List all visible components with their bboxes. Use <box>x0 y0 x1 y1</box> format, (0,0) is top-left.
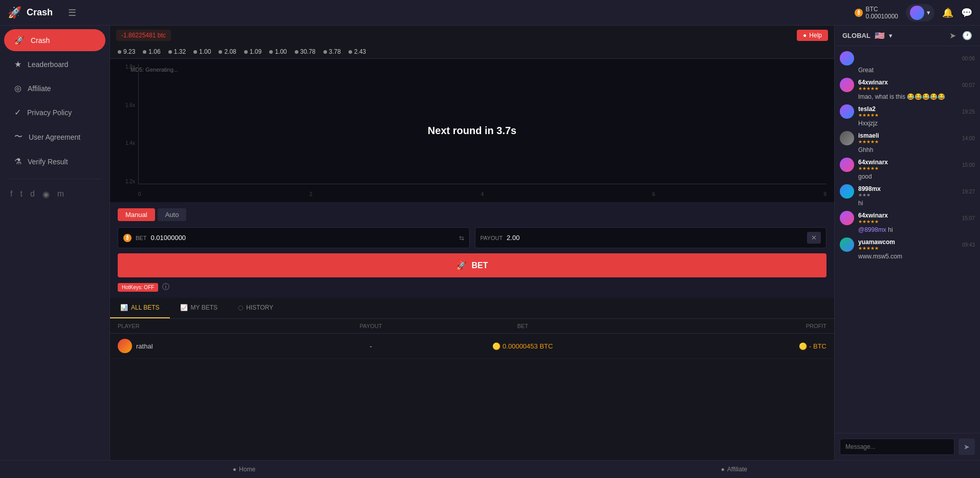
profit-btc-icon: 🟡 <box>799 342 807 350</box>
bets-tabs: 📊 ALL BETS 📈 MY BETS ◌ HISTORY <box>110 298 834 319</box>
chat-stars-2: ★★★★★ <box>858 113 879 118</box>
sidebar-item-verify[interactable]: ⚗ Verify Result <box>4 150 105 172</box>
history-icon: ◌ <box>238 304 243 311</box>
sidebar-item-label-privacy: Privacy Policy <box>27 108 72 117</box>
player-avatar <box>118 339 132 353</box>
affiliate-dot-icon: ● <box>721 466 725 473</box>
game-header: -1.86225481 btc ● Help <box>110 26 834 45</box>
profit-amount: - BTC <box>809 342 826 350</box>
bet-input[interactable] <box>150 234 454 242</box>
sidebar-item-crash[interactable]: 🚀 Crash <box>4 29 105 51</box>
chat-toggle-icon[interactable]: 💬 <box>961 7 972 18</box>
send-icon[interactable]: ➤ <box>949 31 956 40</box>
btc-icon-bet: ₿ <box>123 234 132 242</box>
chat-time-5: 19:27 <box>962 189 975 194</box>
info-icon[interactable]: ⓘ <box>162 283 169 292</box>
help-button[interactable]: ● Help <box>797 30 828 41</box>
footer-affiliate-link[interactable]: ● Affiliate <box>721 466 747 473</box>
tab-history[interactable]: ◌ HISTORY <box>228 298 284 318</box>
chat-time-2: 19:25 <box>962 109 975 115</box>
bet-rocket-icon: 🚀 <box>456 260 467 270</box>
chat-time-4: 15:00 <box>962 162 975 168</box>
mult-dot-5 <box>244 50 248 54</box>
btc-amount: 0.00010000 <box>866 13 898 20</box>
chat-stars-6: ★★★★★ <box>858 219 888 224</box>
tab-all-bets[interactable]: 📊 ALL BETS <box>110 298 170 318</box>
star-icon: ★ <box>14 59 21 69</box>
y-value-0: 1.8x <box>125 64 135 70</box>
mult-value-6: 1.00 <box>275 48 287 55</box>
payout-clear-button[interactable]: ✕ <box>807 232 821 244</box>
chat-time-3: 14:00 <box>962 136 975 141</box>
x-axis: 0 2 4 6 8 <box>138 191 826 197</box>
chat-message-5: 8998mx ★★★ 19:27 hi <box>840 184 975 207</box>
all-bets-icon: 📊 <box>120 304 128 311</box>
chat-stars-1: ★★★★★ <box>858 86 888 91</box>
manual-tab[interactable]: Manual <box>118 208 155 221</box>
facebook-icon[interactable]: f <box>10 189 12 199</box>
tab-my-bets[interactable]: 📈 MY BETS <box>170 298 228 318</box>
twitter-icon[interactable]: t <box>20 189 22 199</box>
btc-label: BTC 0.00010000 <box>866 6 898 20</box>
sidebar-item-privacy[interactable]: ✓ Privacy Policy <box>4 101 105 123</box>
mult-dot-9 <box>349 50 352 54</box>
chat-msg-header-2: tesla2 ★★★★★ 19:25 <box>840 104 975 119</box>
sidebar-item-label-leaderboard: Leaderboard <box>28 60 68 69</box>
sidebar-item-user-agreement[interactable]: 〜 User Agreement <box>4 125 105 148</box>
hotkeys-badge[interactable]: HotKeys: OFF <box>118 283 158 292</box>
mult-dot-3 <box>193 50 197 54</box>
multiplier-row: 9.23 1.06 1.32 1.00 2.08 1.09 <box>110 45 834 59</box>
bet-arrows[interactable]: ⇆ <box>459 234 464 242</box>
payout-value: - <box>320 342 422 350</box>
mult-dot-0 <box>118 50 121 54</box>
chat-user-info-5: 8998mx ★★★ <box>858 185 881 198</box>
chat-user-info-6: 64xwinarx ★★★★★ <box>858 212 888 224</box>
bell-icon[interactable]: 🔔 <box>942 7 953 18</box>
payout-input[interactable] <box>507 234 803 242</box>
chat-message-7: yuamawcom ★★★★★ 09:43 www.msw5.com <box>840 237 975 260</box>
chat-user-info-2: tesla2 ★★★★★ <box>858 105 879 118</box>
bet-button[interactable]: 🚀 BET <box>118 253 826 277</box>
instagram-icon[interactable]: ◉ <box>42 189 50 199</box>
flag-dropdown-icon[interactable]: ▾ <box>889 32 892 39</box>
chat-text-2: Hxxjzjz <box>840 120 975 127</box>
mult-dot-8 <box>323 50 327 54</box>
sidebar-item-affiliate[interactable]: ◎ Affiliate <box>4 77 105 99</box>
chat-input[interactable] <box>840 439 954 455</box>
auto-tab[interactable]: Auto <box>158 208 187 221</box>
mult-item-8: 3.78 <box>323 48 341 55</box>
chat-stars-3: ★★★★★ <box>858 139 879 144</box>
x-value-4: 8 <box>823 191 826 197</box>
bottom-footer: ● Home ● Affiliate <box>0 460 980 478</box>
chat-send-button[interactable]: ➤ <box>959 439 975 455</box>
sidebar-item-label-affiliate: Affiliate <box>28 84 51 93</box>
btc-icon: ₿ <box>855 9 863 17</box>
chat-user-info-3: ismaeli ★★★★★ <box>858 132 879 144</box>
flask-icon: ⚗ <box>14 157 21 166</box>
mult-dot-1 <box>143 50 146 54</box>
chat-text-4: good <box>840 173 975 180</box>
clock-icon[interactable]: 🕐 <box>962 31 972 40</box>
col-header-bet: BET <box>422 323 624 329</box>
mult-value-3: 1.00 <box>199 48 211 55</box>
footer-home-link[interactable]: ● Home <box>233 466 255 473</box>
chat-msg-header-0: 00:06 <box>840 51 975 66</box>
payout-field: PAYOUT ✕ <box>475 227 827 248</box>
negative-bet-display: -1.86225481 btc <box>116 30 171 41</box>
flag-icon: 🇺🇸 <box>875 31 885 40</box>
mult-value-9: 2.43 <box>354 48 366 55</box>
medium-icon[interactable]: m <box>57 189 64 199</box>
sidebar-item-leaderboard[interactable]: ★ Leaderboard <box>4 53 105 75</box>
discord-icon[interactable]: d <box>30 189 35 199</box>
chat-header: GLOBAL 🇺🇸 ▾ ➤ 🕐 <box>835 26 980 46</box>
y-value-2: 1.4x <box>125 140 135 146</box>
chat-text-6: @8998mx hi <box>840 226 975 233</box>
chat-avatar-3 <box>840 131 854 145</box>
chat-username-6: 64xwinarx <box>858 212 888 219</box>
avatar-button[interactable]: ▾ <box>906 4 934 21</box>
hamburger-button[interactable]: ☰ <box>68 7 76 18</box>
header-right: ₿ BTC 0.00010000 ▾ 🔔 💬 <box>855 4 972 21</box>
mult-dot-2 <box>168 50 172 54</box>
main-layout: 🚀 Crash ★ Leaderboard ◎ Affiliate ✓ Priv… <box>0 26 980 460</box>
wave-icon: 〜 <box>14 132 23 142</box>
